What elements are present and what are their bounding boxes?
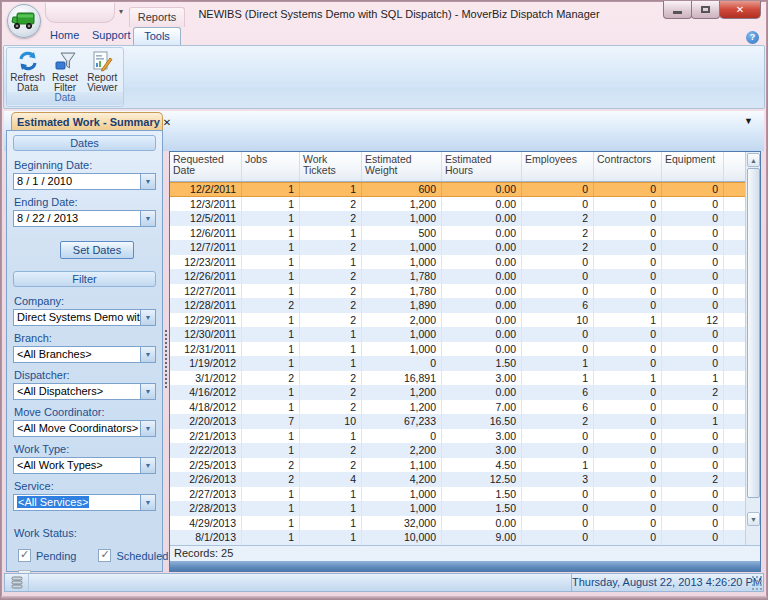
chevron-down-icon[interactable]: ▼: [140, 494, 156, 511]
chevron-down-icon[interactable]: ▼: [140, 346, 156, 363]
ending-date-value[interactable]: 8 / 22 / 2013: [13, 210, 140, 227]
grid-cell: 9.00: [442, 530, 522, 545]
grid-cell: 4,200: [362, 472, 442, 487]
tab-list-dropdown-icon[interactable]: ▼: [744, 116, 753, 126]
resize-grip-icon[interactable]: [751, 574, 763, 591]
ribbon: Refresh Data Reset Filter: [3, 45, 765, 109]
branch-value[interactable]: <All Branches>: [13, 346, 140, 363]
table-row[interactable]: 12/30/2011111,0000.00000: [170, 327, 745, 342]
chevron-down-icon[interactable]: ▼: [140, 309, 156, 326]
tab-home[interactable]: Home: [41, 27, 88, 45]
minimize-button[interactable]: [663, 1, 692, 19]
maximize-button[interactable]: [691, 1, 720, 19]
pending-checkbox[interactable]: Pending: [18, 549, 76, 562]
table-row[interactable]: 12/28/2011221,8900.00600: [170, 298, 745, 313]
column-header[interactable]: Estimated Weight: [362, 152, 442, 181]
scrollbar-thumb[interactable]: [747, 168, 760, 498]
chevron-down-icon[interactable]: ▼: [140, 210, 156, 227]
help-icon[interactable]: ?: [746, 31, 759, 44]
beginning-date-value[interactable]: 8 / 1 / 2010: [13, 173, 140, 190]
reset-filter-button[interactable]: Reset Filter: [46, 50, 83, 96]
column-header[interactable]: Estimated Hours: [442, 152, 522, 181]
beginning-date-field[interactable]: 8 / 1 / 2010 ▼: [13, 173, 156, 190]
vertical-scrollbar[interactable]: ▲ ▼: [745, 152, 760, 545]
filter-section-header[interactable]: Filter: [13, 271, 156, 287]
table-row[interactable]: 2/20/201371067,23316.50201: [170, 414, 745, 429]
table-row[interactable]: 4/29/20131132,0000.00000: [170, 516, 745, 531]
table-row[interactable]: 12/2/2011116000.00000: [170, 182, 745, 197]
table-row[interactable]: 12/3/2011121,2000.00000: [170, 197, 745, 212]
tab-tools[interactable]: Tools: [133, 27, 181, 45]
column-header[interactable]: Contractors: [594, 152, 662, 181]
chevron-down-icon[interactable]: ▼: [140, 420, 156, 437]
table-row[interactable]: 12/6/2011115000.00200: [170, 226, 745, 241]
service-select[interactable]: <All Services> ▼: [13, 494, 156, 511]
table-row[interactable]: 1/19/20121101.50100: [170, 356, 745, 371]
set-dates-button[interactable]: Set Dates: [60, 241, 134, 259]
table-row[interactable]: 12/7/2011121,0000.00200: [170, 240, 745, 255]
ending-date-field[interactable]: 8 / 22 / 2013 ▼: [13, 210, 156, 227]
button-label: Reset Filter: [46, 73, 83, 93]
close-icon: ✕: [736, 4, 744, 15]
column-header[interactable]: Employees: [522, 152, 594, 181]
branch-select[interactable]: <All Branches> ▼: [13, 346, 156, 363]
scroll-down-icon[interactable]: ▼: [747, 512, 760, 526]
table-row[interactable]: 2/25/2013221,1004.50100: [170, 458, 745, 473]
table-row[interactable]: 12/31/2011111,0000.00000: [170, 342, 745, 357]
scheduled-checkbox[interactable]: Scheduled: [98, 549, 168, 562]
chevron-down-icon[interactable]: ▼: [140, 383, 156, 400]
grid-cell: 2: [300, 269, 362, 284]
company-value[interactable]: Direct Systems Demo with SQL D: [13, 309, 140, 326]
table-row[interactable]: 3/1/20122216,8913.00111: [170, 371, 745, 386]
table-row[interactable]: 12/26/2011121,7800.00000: [170, 269, 745, 284]
dates-section-header[interactable]: Dates: [13, 135, 156, 151]
grid-cell: 12/27/2011: [170, 284, 242, 299]
move-coordinator-select[interactable]: <All Move Coordinators> ▼: [13, 420, 156, 437]
table-row[interactable]: 12/29/2011122,0000.0010112: [170, 313, 745, 328]
grid-cell: 1: [594, 313, 662, 328]
chevron-down-icon[interactable]: ▼: [140, 457, 156, 474]
ending-date-label: Ending Date:: [14, 196, 155, 208]
column-header[interactable]: Work Tickets: [300, 152, 362, 181]
refresh-data-button[interactable]: Refresh Data: [9, 50, 46, 96]
chevron-down-icon[interactable]: ▼: [140, 173, 156, 190]
grid-cell: 3.00: [442, 371, 522, 386]
table-row[interactable]: 12/23/2011111,0000.00000: [170, 255, 745, 270]
dispatcher-select[interactable]: <All Dispatchers> ▼: [13, 383, 156, 400]
table-row[interactable]: 2/28/2013111,0001.50000: [170, 501, 745, 516]
move-coordinator-value[interactable]: <All Move Coordinators>: [13, 420, 140, 437]
column-header[interactable]: Requested Date: [170, 152, 242, 181]
table-row[interactable]: 2/21/20131103.00000: [170, 429, 745, 444]
close-button[interactable]: ✕: [719, 1, 761, 19]
dispatcher-value[interactable]: <All Dispatchers>: [13, 383, 140, 400]
grid-cell: 1: [242, 385, 300, 400]
database-status-button[interactable]: [5, 574, 29, 591]
column-header[interactable]: Jobs: [242, 152, 300, 181]
table-row[interactable]: 2/22/2013122,2003.00000: [170, 443, 745, 458]
quick-access-dropdown-icon[interactable]: ▾: [119, 7, 123, 16]
service-value[interactable]: <All Services>: [13, 494, 140, 511]
company-select[interactable]: Direct Systems Demo with SQL D ▼: [13, 309, 156, 326]
table-row[interactable]: 12/27/2011121,7800.00000: [170, 284, 745, 299]
table-row[interactable]: 12/5/2011121,0000.00200: [170, 211, 745, 226]
report-viewer-button[interactable]: Report Viewer: [84, 50, 121, 96]
app-menu-button[interactable]: [7, 4, 41, 38]
grid-cell: 1: [522, 371, 594, 386]
table-row[interactable]: 2/27/2013111,0001.50000: [170, 487, 745, 502]
grid-cell: 1: [242, 226, 300, 241]
work-status-label: Work Status:: [14, 527, 155, 539]
tab-support[interactable]: Support: [83, 27, 140, 45]
table-row[interactable]: 4/18/2012121,2007.00600: [170, 400, 745, 415]
scroll-up-icon[interactable]: ▲: [747, 153, 760, 167]
grid-cell: 1,200: [362, 197, 442, 212]
column-header[interactable]: Equipment: [662, 152, 724, 181]
grid-cell-filler: [724, 327, 745, 342]
work-type-select[interactable]: <All Work Types> ▼: [13, 457, 156, 474]
work-type-value[interactable]: <All Work Types>: [13, 457, 140, 474]
table-row[interactable]: 8/1/20131110,0009.00000: [170, 530, 745, 545]
table-row[interactable]: 4/16/2012121,2000.00602: [170, 385, 745, 400]
grid-cell: 0: [362, 356, 442, 371]
document-tab[interactable]: Estimated Work - Summary ✕: [11, 112, 163, 131]
table-row[interactable]: 2/26/2013244,20012.50302: [170, 472, 745, 487]
document-tab-close-icon[interactable]: ✕: [160, 117, 171, 128]
